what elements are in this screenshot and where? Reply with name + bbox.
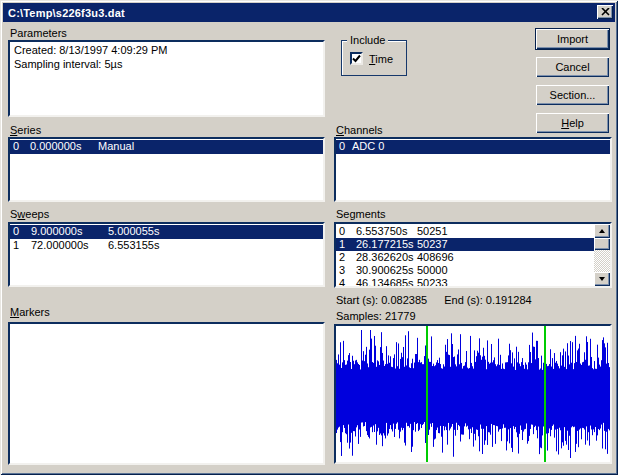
import-dialog: C:\Temp\s226f3u3.dat Parameters Created:… bbox=[0, 0, 618, 475]
cell-index: 0 bbox=[339, 225, 356, 238]
close-button[interactable] bbox=[597, 5, 613, 19]
section-button[interactable]: Section... bbox=[536, 85, 609, 105]
sweeps-list[interactable]: 09.000000s5.000055s172.000000s6.553155s bbox=[8, 222, 325, 287]
cell-samples: 408696 bbox=[417, 251, 594, 264]
cell-index: 3 bbox=[339, 264, 356, 277]
start-end-line: Start (s): 0.082385 End (s): 0.191284 bbox=[336, 294, 532, 306]
cell-duration: 6.553155s bbox=[108, 239, 323, 253]
markers-list[interactable] bbox=[8, 322, 325, 465]
series-list[interactable]: 00.000000sManual bbox=[8, 137, 325, 202]
cell-index: 0 bbox=[13, 140, 30, 154]
segments-list[interactable]: 06.553750s50251126.177215s50237228.36262… bbox=[334, 222, 612, 288]
cell-time: 46.134685s bbox=[356, 277, 417, 288]
list-item[interactable]: 06.553750s50251 bbox=[336, 225, 594, 238]
markers-label: Markers bbox=[10, 306, 50, 318]
parameter-line-created: Created: 8/13/1997 4:09:29 PM bbox=[14, 43, 319, 57]
cell-start: 72.000000s bbox=[31, 239, 108, 253]
cell-name: ADC 0 bbox=[352, 140, 610, 154]
include-group: Include Time bbox=[341, 40, 407, 76]
channels-list[interactable]: 0ADC 0 bbox=[334, 137, 612, 202]
cell-samples: 50000 bbox=[417, 264, 594, 277]
cell-time: 6.553750s bbox=[356, 225, 417, 238]
close-icon bbox=[601, 8, 610, 16]
cell-time: 26.177215s bbox=[356, 238, 417, 251]
list-item[interactable]: 00.000000sManual bbox=[10, 140, 323, 154]
cell-index: 1 bbox=[339, 238, 356, 251]
list-item[interactable]: 126.177215s50237 bbox=[336, 238, 594, 251]
scroll-down-icon bbox=[599, 277, 605, 281]
time-checkbox-label: Time bbox=[369, 53, 393, 65]
parameters-label: Parameters bbox=[10, 27, 67, 39]
list-item[interactable]: 09.000000s5.000055s bbox=[10, 225, 323, 239]
cell-index: 4 bbox=[339, 277, 356, 288]
include-group-label: Include bbox=[347, 34, 388, 46]
cell-index: 1 bbox=[13, 239, 31, 253]
segments-label: Segments bbox=[336, 208, 386, 220]
window-title: C:\Temp\s226f3u3.dat bbox=[8, 7, 125, 19]
list-item[interactable]: 0ADC 0 bbox=[336, 140, 610, 154]
import-button[interactable]: Import bbox=[535, 28, 610, 50]
waveform-panel bbox=[334, 324, 612, 464]
series-label: Series bbox=[10, 124, 41, 136]
parameter-line-sampling: Sampling interval: 5µs bbox=[14, 57, 319, 71]
cell-index: 0 bbox=[339, 140, 352, 154]
cell-mode: Manual bbox=[98, 140, 323, 154]
scrollbar-thumb[interactable] bbox=[594, 238, 610, 250]
end-label: End (s): bbox=[444, 294, 483, 306]
waveform-plot bbox=[336, 326, 610, 462]
cell-start: 9.000000s bbox=[31, 225, 108, 239]
sweeps-label: Sweeps bbox=[10, 208, 49, 220]
cell-index: 0 bbox=[13, 225, 31, 239]
help-button[interactable]: Help bbox=[536, 113, 609, 133]
channels-label: Channels bbox=[336, 124, 383, 136]
checkbox-box[interactable] bbox=[350, 52, 363, 65]
parameters-box: Created: 8/13/1997 4:09:29 PM Sampling i… bbox=[8, 40, 325, 117]
end-value: 0.191284 bbox=[486, 294, 532, 306]
samples-label: Samples: bbox=[336, 310, 382, 322]
scroll-up-icon bbox=[599, 229, 605, 233]
time-checkbox[interactable]: Time bbox=[350, 52, 393, 65]
cell-samples: 50251 bbox=[417, 225, 594, 238]
samples-line: Samples: 21779 bbox=[336, 310, 416, 322]
cell-time: 30.900625s bbox=[356, 264, 417, 277]
cell-samples: 50237 bbox=[417, 238, 594, 251]
samples-value: 21779 bbox=[385, 310, 416, 322]
start-label: Start (s): bbox=[336, 294, 378, 306]
list-item[interactable]: 172.000000s6.553155s bbox=[10, 239, 323, 253]
segments-scrollbar[interactable] bbox=[594, 224, 610, 286]
start-value: 0.082385 bbox=[381, 294, 427, 306]
cell-samples: 50233 bbox=[417, 277, 594, 288]
scroll-up-button[interactable] bbox=[594, 224, 610, 238]
cancel-button[interactable]: Cancel bbox=[536, 57, 609, 77]
checkmark-icon bbox=[352, 54, 361, 63]
cell-time: 0.000000s bbox=[30, 140, 98, 154]
scroll-down-button[interactable] bbox=[594, 272, 610, 286]
list-item[interactable]: 228.362620s408696 bbox=[336, 251, 594, 264]
cell-index: 2 bbox=[339, 251, 356, 264]
titlebar: C:\Temp\s226f3u3.dat bbox=[3, 3, 615, 22]
list-item[interactable]: 330.900625s50000 bbox=[336, 264, 594, 277]
cell-duration: 5.000055s bbox=[108, 225, 323, 239]
list-item[interactable]: 446.134685s50233 bbox=[336, 277, 594, 288]
cell-time: 28.362620s bbox=[356, 251, 417, 264]
